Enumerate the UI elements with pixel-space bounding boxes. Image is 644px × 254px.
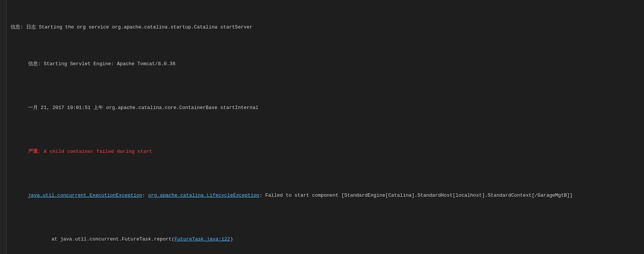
console-output: 信息: 日志 Starting the org service org.apac… [8,0,638,254]
severe-label: 严重: A child container failed during star… [28,149,152,154]
stack-line-1: at java.util.concurrent.FutureTask.repor… [11,228,635,250]
left-gutter [0,0,7,254]
log-line-info-1: 信息: Starting Servlet Engine: Apache Tomc… [11,53,635,75]
console-content: 信息: 日志 Starting the org service org.apac… [8,0,638,254]
exception-msg-1: : Failed to start component [StandardEng… [259,193,573,198]
log-line-exception-1: java.util.concurrent.ExecutionException:… [11,184,635,206]
log-line-severe-1: 严重: A child container failed during star… [11,140,635,163]
log-line-info-2: 一月 21, 2017 10:01:51 上午 org.apache.catal… [11,97,635,119]
stack-link-1[interactable]: FutureTask.java:122 [175,236,230,242]
exception-link-1[interactable]: java.util.concurrent.ExecutionException [28,193,142,198]
exception-link-2[interactable]: org.apache.catalina.LifecycleException [148,193,259,198]
log-line: 信息: 日志 Starting the org service org.apac… [11,24,635,31]
log-label: 信息: Starting Servlet Engine: Apache Tomc… [28,61,176,67]
log-timestamp: 一月 21, 2017 10:01:51 上午 org.apache.catal… [28,105,259,111]
exception-sep-1: : [142,193,148,198]
